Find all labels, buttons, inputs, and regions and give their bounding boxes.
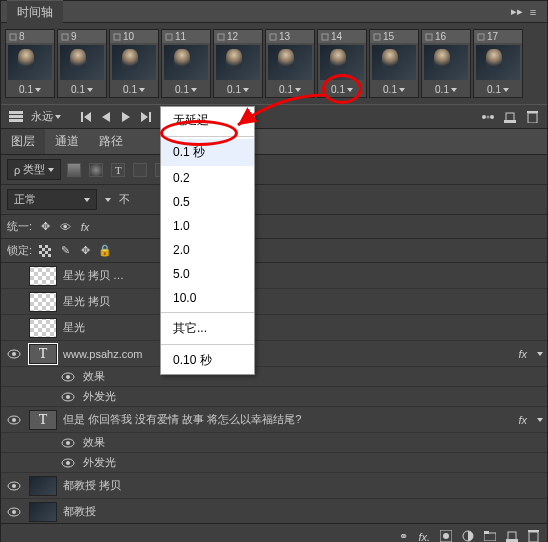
tab-layers[interactable]: 图层 [1,129,45,154]
unify-row: 统一: ✥ 👁 fx [1,215,547,239]
frame[interactable]: 11 0.1 [161,29,211,98]
frame[interactable]: 13 0.1 [265,29,315,98]
frame[interactable]: 10 0.1 [109,29,159,98]
tab-paths[interactable]: 路径 [89,129,133,154]
lock-position-icon[interactable]: ✥ [78,244,92,258]
layer-mask-icon[interactable] [440,530,452,543]
visibility-toggle[interactable] [5,349,23,359]
frame[interactable]: 9 0.1 [57,29,107,98]
delay-option-other[interactable]: 其它... [161,315,254,342]
delay-option[interactable]: 0.2 [161,166,254,190]
svg-rect-26 [39,245,51,257]
layer-name[interactable]: 但是 你回答我 没有爱情 故事 将怎么以幸福结尾? [63,412,512,427]
delay-option-none[interactable]: 无延迟 [161,107,254,134]
link-layers-icon[interactable]: ⚭ [399,530,408,542]
layer-name[interactable]: 星光 拷贝 … [63,268,543,283]
filter-pixel-icon[interactable] [67,163,81,177]
expand-fx-icon[interactable] [537,352,543,356]
layer-name[interactable]: 都教授 [63,504,543,519]
visibility-toggle[interactable] [5,415,23,425]
layer-row[interactable]: 星光 [1,315,547,341]
frame[interactable]: 15 0.1 [369,29,419,98]
prev-frame-icon[interactable] [99,110,113,124]
frame-delay[interactable]: 0.1 [370,82,418,97]
delete-layer-icon[interactable] [528,530,539,543]
fx-badge[interactable]: fx [518,414,527,426]
frame[interactable]: 16 0.1 [421,29,471,98]
frame-delay[interactable]: 0.1 [6,82,54,97]
delay-option-current[interactable]: 0.10 秒 [161,347,254,374]
delete-frame-icon[interactable] [525,110,539,124]
layer-thumb [29,318,57,338]
panel-menu-icon[interactable]: ≡ [525,6,541,18]
lock-pixels-icon[interactable]: ✎ [58,244,72,258]
timeline-tab[interactable]: 时间轴 [7,0,63,24]
svg-rect-11 [9,115,23,118]
adjustment-layer-icon[interactable] [462,530,474,543]
layer-name[interactable]: 都教授 拷贝 [63,478,543,493]
group-icon[interactable] [484,531,496,543]
panel-header: 时间轴 ▸▸ ≡ [1,1,547,23]
frame-delay[interactable]: 0.1 [110,82,158,97]
visibility-toggle[interactable] [5,481,23,491]
frame-delay[interactable]: 0.1 [422,82,470,97]
layer-style-icon[interactable]: fx. [418,531,430,543]
timeline-controls: 永远 [1,104,547,129]
new-frame-icon[interactable] [503,110,517,124]
frame-delay[interactable]: 0.1 [162,82,210,97]
filter-type-icon[interactable]: T [111,163,125,177]
delay-option[interactable]: 0.1 秒 [161,139,254,166]
layer-row[interactable]: 星光 拷贝 [1,289,547,315]
layer-name[interactable]: www.psahz.com [63,348,512,360]
layers-list[interactable]: 星光 拷贝 … 星光 拷贝 星光 T www.psahz.com fx 效果 外… [1,263,547,523]
frame[interactable]: 8 0.1 [5,29,55,98]
layer-name[interactable]: 星光 拷贝 [63,294,543,309]
frame-delay[interactable]: 0.1 [474,82,522,97]
delay-option[interactable]: 2.0 [161,238,254,262]
fx-effects-row[interactable]: 效果 [1,433,547,453]
first-frame-icon[interactable] [79,110,93,124]
blend-mode-select[interactable]: 正常 [7,189,97,210]
frame-delay[interactable]: 0.1 [214,82,262,97]
svg-rect-22 [506,113,514,121]
filter-kind-select[interactable]: ρ 类型 [7,159,61,180]
fx-badge[interactable]: fx [518,348,527,360]
fx-outerglow-row[interactable]: 外发光 [1,387,547,407]
visibility-toggle[interactable] [5,507,23,517]
fx-outerglow-row[interactable]: 外发光 [1,453,547,473]
delay-option[interactable]: 1.0 [161,214,254,238]
layer-row[interactable]: 星光 拷贝 … [1,263,547,289]
frame[interactable]: 12 0.1 [213,29,263,98]
filter-shape-icon[interactable] [133,163,147,177]
frame-delay[interactable]: 0.1 [58,82,106,97]
lock-all-icon[interactable]: 🔒 [98,244,112,258]
frame-delay[interactable]: 0.1 [266,82,314,97]
tween-icon[interactable] [481,110,495,124]
frame-delay[interactable]: 0.1 [318,82,366,97]
collapse-icon[interactable]: ▸▸ [509,5,525,18]
layer-row[interactable]: T www.psahz.com fx [1,341,547,367]
frame[interactable]: 14 0.1 [317,29,367,98]
layer-row[interactable]: 都教授 [1,499,547,523]
delay-option[interactable]: 0.5 [161,190,254,214]
frame[interactable]: 17 0.1 [473,29,523,98]
lock-transparent-icon[interactable] [38,244,52,258]
loop-select[interactable]: 永远 [31,109,61,124]
layer-thumb-type: T [29,410,57,430]
unify-position-icon[interactable]: ✥ [38,220,52,234]
tab-channels[interactable]: 通道 [45,129,89,154]
unify-style-icon[interactable]: fx [78,220,92,234]
filter-adjust-icon[interactable] [89,163,103,177]
fx-effects-row[interactable]: 效果 [1,367,547,387]
delay-option[interactable]: 10.0 [161,286,254,310]
convert-timeline-icon[interactable] [9,110,23,124]
layer-row[interactable]: T 但是 你回答我 没有爱情 故事 将怎么以幸福结尾? fx [1,407,547,433]
layer-row[interactable]: 都教授 拷贝 [1,473,547,499]
delay-option[interactable]: 5.0 [161,262,254,286]
play-icon[interactable] [119,110,133,124]
next-frame-icon[interactable] [139,110,153,124]
expand-fx-icon[interactable] [537,418,543,422]
unify-visibility-icon[interactable]: 👁 [58,220,72,234]
new-layer-icon[interactable] [506,530,518,543]
layer-name[interactable]: 星光 [63,320,543,335]
